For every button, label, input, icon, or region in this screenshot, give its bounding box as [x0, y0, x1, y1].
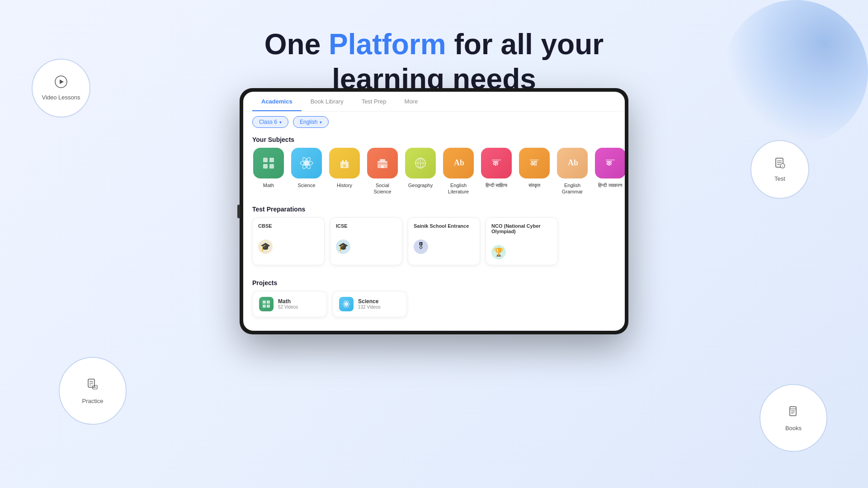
sanskrit-label: संस्कृत: [528, 182, 540, 188]
svg-rect-50: [267, 305, 270, 308]
english-lit-label: English Literature: [442, 182, 475, 195]
tab-test-prep[interactable]: Test Prep: [353, 92, 396, 111]
filters: Class 6 ▾ English ▾: [243, 112, 625, 132]
test-prep-list: CBSE 🎓 ICSE 🎓 Sainik School Entrance 🎖 N…: [243, 217, 625, 272]
subject-english-grammar[interactable]: Ab English Grammar: [556, 148, 589, 195]
svg-rect-49: [263, 305, 266, 308]
svg-rect-14: [790, 407, 796, 416]
science-project-icon: [339, 297, 354, 311]
science-icon: [291, 148, 322, 178]
science-project-name: Science: [358, 298, 381, 305]
video-lessons-circle[interactable]: Video Lessons: [32, 59, 90, 117]
subject-science[interactable]: Science: [290, 148, 323, 195]
practice-icon: [85, 377, 100, 395]
play-icon: [55, 75, 67, 91]
project-math[interactable]: Math 52 Videos: [252, 291, 327, 317]
history-label: History: [337, 182, 352, 188]
test-prep-section-title: Test Preparations: [243, 202, 625, 217]
sanskrit-icon: आ: [519, 148, 550, 178]
tab-academics[interactable]: Academics: [252, 92, 302, 111]
english-grammar-label: English Grammar: [556, 182, 589, 195]
math-icon: [253, 148, 284, 178]
heading-highlight: Platform: [329, 28, 446, 61]
geography-icon: [405, 148, 436, 178]
test-label: Test: [774, 175, 785, 182]
page-heading: One Platform for all your learning needs: [0, 0, 868, 97]
svg-rect-28: [342, 160, 344, 163]
tablet-device: Academics Book Library Test Prep More Cl…: [240, 88, 628, 334]
cbse-icon: 🎓: [258, 239, 273, 254]
svg-rect-47: [263, 300, 266, 304]
science-project-count: 132 Videos: [358, 305, 381, 310]
svg-text:Ab: Ab: [454, 158, 464, 167]
sainik-title: Sainik School Entrance: [414, 223, 474, 229]
books-icon: [786, 404, 801, 422]
science-label: Science: [297, 182, 315, 188]
svg-text:आ: आ: [530, 160, 538, 167]
english-grammar-icon: Ab: [557, 148, 588, 178]
projects-list: Math 52 Videos Science: [243, 291, 625, 317]
icse-title: ICSE: [336, 223, 396, 229]
svg-rect-30: [343, 164, 346, 167]
chevron-down-icon: ▾: [279, 120, 282, 125]
practice-circle[interactable]: Practice: [59, 357, 127, 425]
svg-marker-1: [60, 80, 64, 84]
svg-text:क: क: [606, 160, 612, 167]
subject-math[interactable]: Math: [252, 148, 285, 195]
math-project-name: Math: [278, 298, 298, 305]
books-label: Books: [785, 425, 802, 432]
tab-book-library[interactable]: Book Library: [302, 92, 353, 111]
svg-rect-48: [267, 300, 270, 304]
video-lessons-label: Video Lessons: [42, 94, 80, 101]
svg-text:Ab: Ab: [568, 158, 578, 167]
test-card-cbse[interactable]: CBSE 🎓: [252, 217, 325, 265]
test-card-sainik[interactable]: Sainik School Entrance 🎖: [408, 217, 480, 265]
subject-hindi-vyakaran[interactable]: क हिन्दी व्याकरण: [594, 148, 625, 195]
tablet-side-button: [237, 205, 240, 218]
science-project-info: Science 132 Videos: [358, 298, 381, 310]
math-project-info: Math 52 Videos: [278, 298, 298, 310]
svg-rect-21: [263, 164, 268, 169]
chevron-down-icon: ▾: [320, 120, 322, 125]
tab-more[interactable]: More: [396, 92, 427, 111]
social-science-icon: [367, 148, 398, 178]
svg-rect-29: [345, 160, 347, 163]
english-lit-icon: Ab: [443, 148, 474, 178]
practice-label: Practice: [82, 398, 104, 404]
svg-rect-20: [269, 158, 274, 162]
social-science-label: Social Science: [366, 182, 399, 195]
math-project-count: 52 Videos: [278, 305, 298, 310]
project-science[interactable]: Science 132 Videos: [332, 291, 407, 317]
subject-english-lit[interactable]: Ab English Literature: [442, 148, 475, 195]
subject-history[interactable]: History: [328, 148, 361, 195]
math-project-icon: [259, 297, 274, 311]
svg-rect-22: [269, 164, 274, 169]
class-filter[interactable]: Class 6 ▾: [252, 116, 288, 128]
test-card-icse[interactable]: ICSE 🎓: [330, 217, 402, 265]
svg-text:क: क: [492, 160, 499, 167]
svg-rect-33: [381, 165, 384, 168]
hindi-vyakaran-icon: क: [595, 148, 625, 178]
math-label: Math: [263, 182, 274, 188]
test-circle[interactable]: ✓ Test: [750, 140, 809, 199]
hindi-sahitya-icon: क: [481, 148, 512, 178]
test-card-nco[interactable]: NCO (National Cyber Olympiad) 🏆: [486, 217, 558, 265]
history-icon: [329, 148, 360, 178]
subjects-list: Math Science: [243, 148, 625, 202]
hindi-sahitya-label: हिन्दी साहित्य: [486, 182, 507, 188]
subject-hindi-sahitya[interactable]: क हिन्दी साहित्य: [480, 148, 513, 195]
svg-rect-32: [380, 159, 385, 162]
language-filter[interactable]: English ▾: [293, 116, 329, 128]
hindi-vyakaran-label: हिन्दी व्याकरण: [598, 182, 622, 188]
nco-icon: 🏆: [491, 245, 506, 259]
cbse-title: CBSE: [258, 223, 319, 229]
subject-geography[interactable]: Geography: [404, 148, 437, 195]
sainik-icon: 🎖: [414, 239, 428, 254]
geography-label: Geography: [408, 182, 433, 188]
subject-social-science[interactable]: Social Science: [366, 148, 399, 195]
svg-text:✓: ✓: [782, 165, 784, 168]
subject-sanskrit[interactable]: आ संस्कृत: [518, 148, 551, 195]
books-circle[interactable]: Books: [760, 384, 827, 452]
test-icon: ✓: [774, 157, 786, 173]
tablet-screen: Academics Book Library Test Prep More Cl…: [243, 92, 625, 331]
